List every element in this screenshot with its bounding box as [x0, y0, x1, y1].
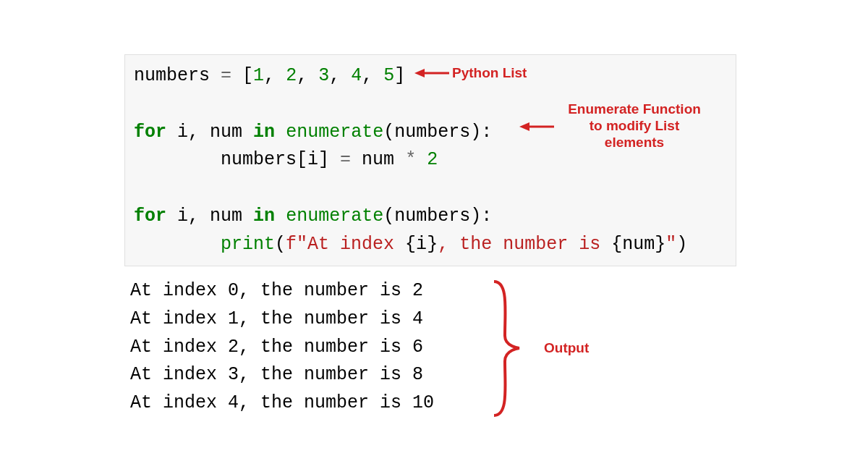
annotation-line: elements: [605, 135, 664, 150]
code-token: 2: [286, 65, 297, 86]
annotation-line: Enumerate Function: [568, 101, 701, 117]
code-token: numbers: [394, 206, 470, 227]
code-token: ]: [394, 65, 405, 86]
output-line: At index 4, the number is 10: [130, 392, 434, 413]
code-token: ,: [188, 206, 199, 227]
code-token: }: [655, 234, 665, 255]
code-token: enumerate: [286, 206, 383, 227]
code-token: ):: [470, 206, 492, 227]
code-token: num: [210, 122, 242, 143]
code-token: (: [383, 206, 394, 227]
code-token: numbers[i]: [221, 149, 329, 170]
svg-marker-3: [519, 122, 529, 131]
code-token: , the number is: [438, 234, 611, 255]
arrow-left-icon: [519, 120, 554, 133]
code-token: (: [383, 122, 394, 143]
code-token: ,: [264, 65, 275, 86]
code-token: [134, 149, 221, 170]
code-token: print: [221, 234, 275, 255]
arrow-left-icon: [414, 67, 449, 80]
code-token: 3: [318, 65, 329, 86]
code-token: {: [405, 234, 416, 255]
annotation-python-list: Python List: [452, 65, 527, 82]
code-token: ): [676, 234, 687, 255]
code-token: for: [134, 122, 166, 143]
code-token: in: [253, 206, 275, 227]
code-token: num: [622, 234, 655, 255]
code-token: =: [221, 65, 231, 86]
code-token: 2: [427, 149, 438, 170]
output-line: At index 3, the number is 8: [130, 364, 423, 385]
output-line: At index 2, the number is 6: [130, 337, 423, 358]
code-token: in: [253, 122, 275, 143]
code-token: ):: [470, 122, 492, 143]
annotation-output: Output: [544, 340, 589, 357]
curly-brace-icon: [490, 278, 527, 423]
code-token: enumerate: [286, 122, 383, 143]
output-line: At index 0, the number is 2: [130, 280, 423, 301]
code-token: =: [340, 149, 351, 170]
annotation-enumerate: Enumerate Function to modify List elemen…: [558, 101, 710, 151]
code-token: num: [362, 149, 394, 170]
code-block: numbers = [1, 2, 3, 4, 5] for i, num in …: [124, 54, 736, 266]
output-line: At index 1, the number is 4: [130, 308, 423, 329]
code-token: ,: [188, 122, 199, 143]
code-token: i: [177, 206, 188, 227]
code-token: f"At index: [286, 234, 405, 255]
code-token: [: [242, 65, 253, 86]
code-token: 1: [253, 65, 264, 86]
code-token: [134, 234, 221, 255]
code-token: }: [427, 234, 438, 255]
code-token: num: [210, 206, 242, 227]
code-token: 4: [351, 65, 362, 86]
code-token: ,: [297, 65, 307, 86]
code-token: ,: [362, 65, 373, 86]
code-token: numbers: [134, 65, 210, 86]
code-token: *: [405, 149, 416, 170]
code-token: ,: [329, 65, 340, 86]
code-token: 5: [383, 65, 394, 86]
svg-marker-1: [414, 69, 425, 77]
code-token: (: [275, 234, 286, 255]
output-block: At index 0, the number is 2 At index 1, …: [130, 277, 434, 418]
code-token: {: [611, 234, 622, 255]
code-token: i: [177, 122, 188, 143]
annotation-line: to modify List: [590, 118, 680, 133]
code-token: numbers: [394, 122, 470, 143]
code-token: for: [134, 206, 166, 227]
code-token: i: [416, 234, 427, 255]
code-token: ": [665, 234, 676, 255]
